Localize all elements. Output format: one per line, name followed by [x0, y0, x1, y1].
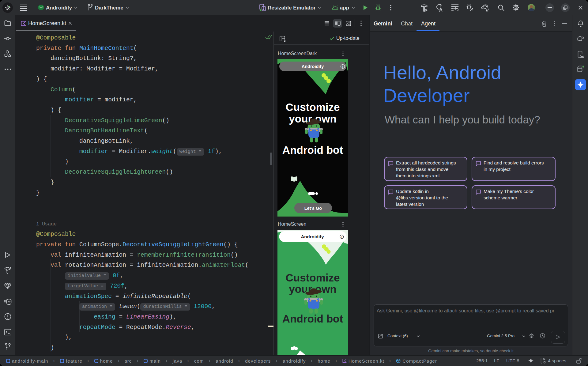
svg-text:Android bot: Android bot — [282, 313, 343, 325]
svg-text:Customize: Customize — [286, 101, 340, 113]
svg-text:Androidify: Androidify — [302, 64, 324, 69]
svg-text:Androidify: Androidify — [301, 234, 324, 239]
svg-text:Android bot: Android bot — [282, 144, 343, 156]
svg-text:Customize: Customize — [286, 272, 340, 284]
svg-text:Let’s Go: Let’s Go — [304, 206, 322, 211]
svg-text:i: i — [341, 236, 342, 239]
svg-text:i: i — [342, 65, 343, 68]
